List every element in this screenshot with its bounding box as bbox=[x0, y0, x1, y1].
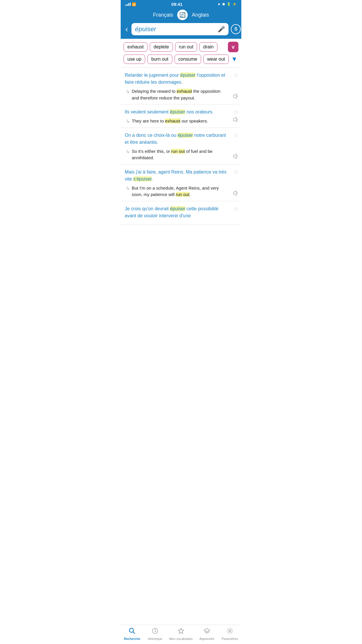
highlight-word: épuiser bbox=[170, 206, 185, 211]
status-left: 📶 bbox=[125, 2, 136, 6]
tag-deplete[interactable]: deplete bbox=[150, 42, 173, 52]
highlight-word: exhaust bbox=[177, 89, 192, 94]
highlight-word: exhaust bbox=[165, 118, 180, 123]
sentence-item: ☆ Mais j'ai à faire, agent Reins. Ma pat… bbox=[121, 164, 241, 201]
tags-row-2: use up burn out consume wear out ▼ bbox=[124, 55, 238, 64]
back-button[interactable]: ‹ bbox=[124, 23, 129, 35]
charging-icon: ⚡ bbox=[233, 2, 237, 6]
status-time: 09:41 bbox=[171, 2, 182, 7]
header: Français 🔄 Anglais ‹ 🎤 S bbox=[121, 8, 241, 39]
sentence-french: Retarder le jugement pour épuiser l'oppo… bbox=[125, 72, 237, 86]
favorite-button[interactable]: ☆ bbox=[233, 205, 238, 212]
tag-use-up[interactable]: use up bbox=[124, 55, 145, 64]
tags-section: exhaust deplete run out drain v use up b… bbox=[121, 39, 241, 68]
highlight-word: épuiser bbox=[170, 109, 185, 114]
highlight-word: s'épuiser bbox=[133, 176, 152, 181]
sentence-french: Mais j'ai à faire, agent Reins. Ma patie… bbox=[125, 169, 237, 183]
sound-button[interactable] bbox=[233, 190, 238, 197]
highlight-word: épuiser bbox=[178, 133, 193, 138]
microphone-icon[interactable]: 🎤 bbox=[218, 26, 225, 33]
tag-consume[interactable]: consume bbox=[175, 55, 201, 64]
favorite-button[interactable]: ☆ bbox=[233, 72, 238, 79]
highlight-word: run out bbox=[171, 149, 185, 154]
sentence-item: ☆ Retarder le jugement pour épuiser l'op… bbox=[121, 68, 241, 104]
favorite-button[interactable]: ☆ bbox=[233, 132, 238, 139]
status-right: ➤ ✱ 🔋 ⚡ bbox=[218, 2, 237, 6]
signal-bar-2 bbox=[127, 4, 128, 6]
tag-run-out[interactable]: run out bbox=[175, 42, 197, 52]
lang-swap-button[interactable]: 🔄 bbox=[177, 10, 188, 20]
wifi-icon: 📶 bbox=[132, 2, 136, 6]
highlight-word: run out bbox=[176, 192, 189, 197]
sentence-french: Ils veulent seulement épuiser nos orateu… bbox=[125, 108, 237, 116]
sentence-item: ☆ Je crois qu'on devrait épuiser cette p… bbox=[121, 201, 241, 225]
search-row: ‹ 🎤 S bbox=[124, 23, 238, 35]
favorite-button[interactable]: ☆ bbox=[233, 169, 238, 176]
svg-marker-5 bbox=[233, 94, 236, 99]
sound-button[interactable] bbox=[233, 93, 238, 101]
lang-from[interactable]: Français bbox=[153, 12, 173, 18]
sound-button[interactable] bbox=[233, 117, 238, 124]
battery-icon: 🔋 bbox=[227, 2, 231, 6]
sentence-english: But I'm on a schedule, Agent Reins, and … bbox=[125, 185, 237, 198]
sentence-english: They are here to exhaust our speakers. bbox=[125, 118, 237, 125]
status-bar: 📶 09:41 ➤ ✱ 🔋 ⚡ bbox=[121, 0, 241, 8]
sentence-item: ☆ On a donc ce choix-là ou épuiser notre… bbox=[121, 128, 241, 164]
tags-row-1: exhaust deplete run out drain v bbox=[124, 42, 238, 52]
bluetooth-icon: ✱ bbox=[222, 2, 225, 6]
sound-button[interactable] bbox=[233, 153, 238, 161]
tag-exhaust[interactable]: exhaust bbox=[124, 42, 147, 52]
dropdown-arrow[interactable]: ▼ bbox=[231, 55, 239, 63]
header-actions: S bbox=[231, 24, 241, 34]
tag-burn-out[interactable]: burn out bbox=[147, 55, 172, 64]
search-input[interactable] bbox=[135, 25, 215, 33]
sentence-english: Delaying the reward to exhaust the oppos… bbox=[125, 88, 237, 101]
highlight-word: épuiser bbox=[180, 73, 195, 78]
signal-bars bbox=[125, 3, 131, 6]
sentence-english: So it's either this, or run out of fuel … bbox=[125, 148, 237, 161]
signal-bar-4 bbox=[130, 3, 131, 6]
tag-wear-out[interactable]: wear out bbox=[203, 55, 229, 64]
svg-marker-6 bbox=[233, 117, 236, 122]
sentence-french: Je crois qu'on devrait épuiser cette pos… bbox=[125, 205, 237, 219]
location-icon: ➤ bbox=[218, 2, 220, 6]
pos-badge-v: v bbox=[228, 42, 238, 52]
tag-drain[interactable]: drain bbox=[199, 42, 217, 52]
sentences-list: ☆ Retarder le jugement pour épuiser l'op… bbox=[121, 68, 241, 245]
sentence-item: ☆ Ils veulent seulement épuiser nos orat… bbox=[121, 104, 241, 128]
signal-bar-3 bbox=[128, 3, 129, 6]
signal-bar-1 bbox=[125, 5, 126, 6]
search-input-wrap: 🎤 bbox=[131, 23, 229, 35]
sentence-french: On a donc ce choix-là ou épuiser notre c… bbox=[125, 132, 237, 146]
svg-marker-7 bbox=[233, 154, 236, 159]
s-action-button[interactable]: S bbox=[231, 24, 241, 34]
language-selector: Français 🔄 Anglais bbox=[124, 10, 238, 20]
favorite-button[interactable]: ☆ bbox=[233, 108, 238, 116]
svg-marker-8 bbox=[233, 191, 236, 195]
lang-to[interactable]: Anglais bbox=[192, 12, 209, 18]
